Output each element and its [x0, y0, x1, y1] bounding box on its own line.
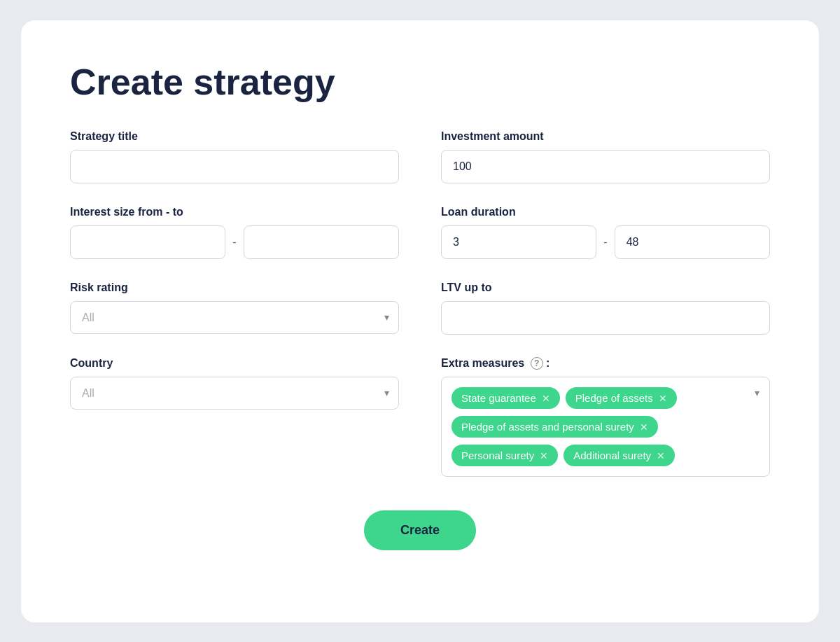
form-footer: Create: [70, 510, 770, 550]
strategy-title-input[interactable]: [70, 150, 399, 183]
loan-duration-from-input[interactable]: [441, 225, 596, 259]
tag-personal-surety: Personal surety ✕: [451, 445, 558, 466]
country-group: Country All ▾: [70, 357, 399, 477]
ltv-up-to-group: LTV up to: [441, 281, 770, 335]
investment-amount-group: Investment amount: [441, 130, 770, 183]
tag-additional-surety: Additional surety ✕: [564, 445, 675, 466]
extra-measures-label: Extra measures ? :: [441, 357, 770, 370]
create-button[interactable]: Create: [364, 510, 476, 550]
investment-amount-input[interactable]: [441, 150, 770, 183]
tag-state-guarantee-close[interactable]: ✕: [542, 393, 550, 403]
interest-to-input[interactable]: [244, 225, 399, 259]
strategy-title-group: Strategy title: [70, 130, 399, 183]
extra-measures-group: Extra measures ? : ▾ State guarantee ✕ P…: [441, 357, 770, 477]
page-title: Create strategy: [70, 62, 770, 102]
tag-state-guarantee: State guarantee ✕: [451, 387, 560, 409]
strategy-title-label: Strategy title: [70, 130, 399, 143]
tag-pledge-of-assets-and-personal-surety-close[interactable]: ✕: [640, 422, 648, 432]
extra-measures-container: ▾ State guarantee ✕ Pledge of assets ✕ P…: [441, 377, 770, 477]
tags-row-3: Personal surety ✕ Additional surety ✕: [451, 445, 741, 466]
extra-measures-label-text: Extra measures: [441, 357, 524, 369]
tags-row-1: State guarantee ✕ Pledge of assets ✕: [451, 387, 741, 409]
risk-rating-select-wrapper: All ▾: [70, 301, 399, 334]
loan-duration-label: Loan duration: [441, 206, 770, 218]
risk-rating-select[interactable]: All: [70, 301, 399, 334]
investment-amount-label: Investment amount: [441, 130, 770, 143]
tag-pledge-of-assets: Pledge of assets ✕: [566, 387, 677, 409]
loan-duration-to-input[interactable]: [615, 225, 770, 259]
ltv-up-to-input[interactable]: [441, 301, 770, 335]
ltv-up-to-label: LTV up to: [441, 281, 770, 294]
loan-duration-row: -: [441, 225, 770, 259]
interest-size-label: Interest size from - to: [70, 206, 399, 218]
tag-personal-surety-label: Personal surety: [461, 449, 534, 461]
tag-pledge-of-assets-close[interactable]: ✕: [659, 393, 667, 403]
interest-separator: -: [232, 236, 236, 249]
extra-measures-help-icon[interactable]: ?: [531, 357, 543, 370]
extra-measures-colon: :: [546, 357, 550, 369]
extra-measures-chevron-icon[interactable]: ▾: [755, 387, 760, 398]
create-strategy-card: Create strategy Strategy title Investmen…: [21, 20, 819, 622]
tag-state-guarantee-label: State guarantee: [461, 392, 536, 404]
loan-duration-separator: -: [603, 236, 607, 249]
country-label: Country: [70, 357, 399, 370]
tag-pledge-of-assets-label: Pledge of assets: [575, 392, 653, 404]
form-grid: Strategy title Investment amount Interes…: [70, 130, 770, 477]
interest-size-group: Interest size from - to -: [70, 206, 399, 259]
tag-pledge-of-assets-and-personal-surety: Pledge of assets and personal surety ✕: [451, 416, 658, 438]
risk-rating-group: Risk rating All ▾: [70, 281, 399, 335]
interest-size-row: -: [70, 225, 399, 259]
country-select-wrapper: All ▾: [70, 377, 399, 410]
country-select[interactable]: All: [70, 377, 399, 410]
tag-additional-surety-close[interactable]: ✕: [657, 451, 665, 461]
tag-pledge-of-assets-and-personal-surety-label: Pledge of assets and personal surety: [461, 421, 634, 433]
tag-additional-surety-label: Additional surety: [573, 449, 651, 461]
risk-rating-label: Risk rating: [70, 281, 399, 294]
tag-personal-surety-close[interactable]: ✕: [540, 451, 548, 461]
tags-row-2: Pledge of assets and personal surety ✕: [451, 416, 741, 438]
loan-duration-group: Loan duration -: [441, 206, 770, 259]
interest-from-input[interactable]: [70, 225, 225, 259]
